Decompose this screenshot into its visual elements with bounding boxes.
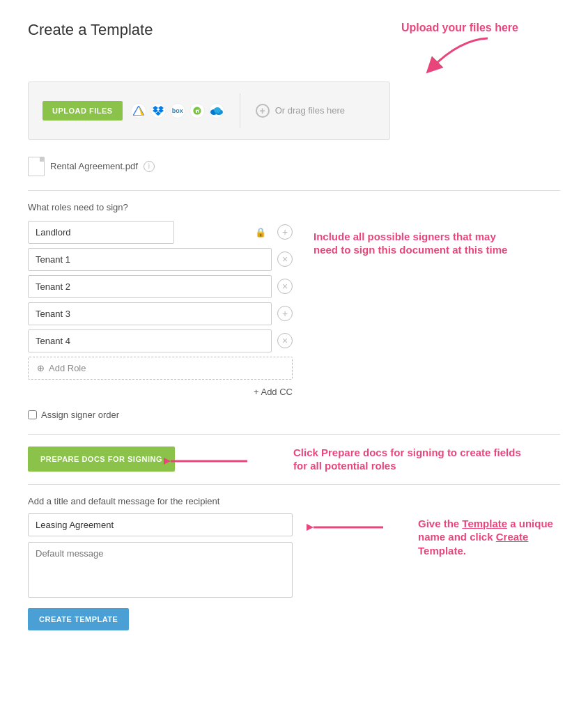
assign-signer-row: Assign signer order (28, 410, 293, 420)
google-drive-icon[interactable] (131, 103, 146, 118)
prepare-docs-button[interactable]: PREPARE DOCS FOR SIGNING (28, 447, 175, 472)
role-row-tenant4: × (28, 329, 293, 352)
page-title: Create a Template (28, 21, 153, 39)
divider-2 (28, 434, 560, 435)
upload-files-button[interactable]: UPLOAD FILES (42, 101, 123, 121)
file-row: Rental Agreement.pdf i (28, 154, 560, 179)
divider-3 (28, 484, 560, 485)
role-add-btn-tenant3[interactable]: + (277, 306, 293, 321)
role-row-tenant1: × (28, 248, 293, 271)
divider-1 (28, 190, 560, 191)
role-input-tenant4[interactable] (28, 329, 272, 352)
role-input-tenant1[interactable] (28, 248, 272, 271)
title-col: Add a title and default message for the … (28, 496, 293, 630)
box-icon[interactable]: box (170, 103, 185, 118)
role-input-tenant2[interactable] (28, 275, 272, 298)
drag-text: Or drag files here (275, 105, 345, 116)
title-section: Add a title and default message for the … (28, 496, 560, 630)
upload-arrow-icon (418, 33, 502, 75)
drag-area: + Or drag files here (256, 104, 345, 118)
roles-label: What roles need to sign? (28, 202, 293, 212)
prepare-callout-area: Click Prepare docs for signing to create… (293, 446, 523, 473)
cloud-icons: box (131, 103, 224, 118)
role-input-landlord[interactable] (28, 221, 174, 244)
title-callout: Give the Template a unique name and clic… (418, 518, 553, 557)
dropbox-icon[interactable] (150, 103, 166, 118)
add-role-plus-icon: ⊕ (37, 363, 45, 373)
file-name: Rental Agreement.pdf (50, 161, 138, 171)
title-callout-area: Give the Template a unique name and clic… (418, 517, 560, 558)
role-remove-btn-tenant1[interactable]: × (277, 251, 293, 267)
role-input-tenant3[interactable] (28, 302, 272, 325)
assign-signer-label: Assign signer order (41, 410, 119, 420)
roles-callout: Include all possible signers that may ne… (314, 231, 507, 256)
roles-callout-area: Include all possible signers that may ne… (314, 230, 523, 257)
lock-icon: 🔒 (255, 227, 266, 238)
template-title-input[interactable] (28, 513, 293, 536)
roles-list: 🔒 + × × + × (28, 221, 293, 420)
prepare-section: PREPARE DOCS FOR SIGNING Click Prepare d… (28, 446, 560, 473)
role-row-landlord: 🔒 + (28, 221, 293, 244)
roles-col: What roles need to sign? 🔒 + × × (28, 202, 293, 420)
upload-box: UPLOAD FILES (28, 82, 390, 140)
role-row-tenant3: + (28, 302, 293, 325)
assign-signer-checkbox[interactable] (28, 410, 37, 419)
evernote-icon[interactable] (189, 103, 205, 118)
role-remove-btn-tenant4[interactable]: × (277, 333, 293, 348)
roles-section: What roles need to sign? 🔒 + × × (28, 202, 560, 420)
add-cc-link[interactable]: + Add CC (28, 387, 293, 397)
drag-divider (240, 93, 240, 128)
create-template-button[interactable]: CREATE TEMPLATE (28, 608, 129, 630)
file-icon (28, 157, 45, 176)
add-role-button[interactable]: ⊕ Add Role (28, 357, 293, 380)
add-role-label: Add Role (49, 363, 86, 373)
role-row-tenant2: × (28, 275, 293, 298)
prepare-callout: Click Prepare docs for signing to create… (293, 447, 521, 472)
title-input-wrapper (28, 513, 293, 542)
onedrive-icon[interactable] (209, 103, 224, 118)
upload-section: UPLOAD FILES (28, 82, 560, 140)
svg-point-12 (214, 107, 221, 113)
prepare-arrow-icon (164, 447, 247, 475)
drag-icon: + (256, 104, 270, 118)
title-arrow-icon (307, 513, 383, 541)
role-add-btn-landlord[interactable]: + (277, 224, 293, 240)
file-info-icon[interactable]: i (144, 161, 155, 172)
default-message-textarea[interactable] (28, 542, 293, 598)
role-remove-btn-tenant2[interactable]: × (277, 279, 293, 294)
title-section-label: Add a title and default message for the … (28, 496, 293, 506)
